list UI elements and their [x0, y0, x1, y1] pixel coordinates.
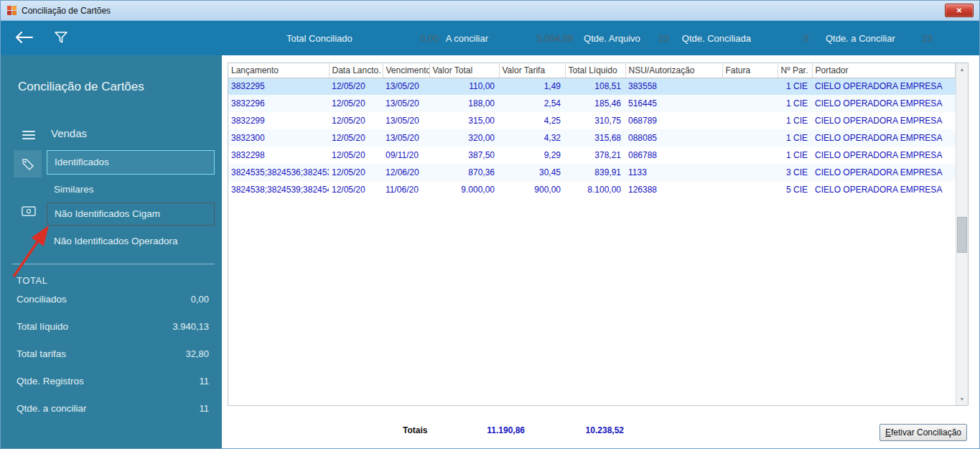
- sidebar-item-nao-identificados-cigam[interactable]: Não Identificados Cigam: [47, 203, 215, 226]
- cell: 1 CIE: [778, 129, 812, 147]
- column-header-fatura[interactable]: Fatura: [722, 63, 778, 78]
- column-header-valor-total[interactable]: Valor Total: [429, 63, 499, 78]
- tag-icon[interactable]: [22, 158, 34, 174]
- toolbar-stat-total-conciliado: Total Conciliado0,00: [286, 33, 439, 44]
- sidebar-item-similares[interactable]: Similares: [47, 180, 215, 199]
- main-area: LançamentoData Lancto.VencimentoValor To…: [222, 55, 979, 448]
- cell: 315,00: [429, 112, 499, 129]
- sidebar-item-nao-identificados-operadora[interactable]: Não Identificados Operadora: [47, 232, 215, 251]
- sidebar-nav: IdentificadosSimilaresNão Identificados …: [47, 150, 215, 254]
- total-label: Total líquido: [17, 321, 68, 332]
- cell: 3832300: [228, 129, 329, 147]
- cell: 12/05/20: [329, 147, 383, 164]
- table-row[interactable]: 383229512/05/2013/05/20110,001,49108,513…: [228, 78, 956, 95]
- cell: 1133: [625, 164, 722, 181]
- cell: CIELO OPERADORA EMPRESA: [812, 78, 956, 95]
- table-row[interactable]: 3824535;3824536;38245312/05/2012/06/2087…: [228, 164, 956, 181]
- total-label: Qtde. a conciliar: [17, 403, 87, 414]
- table-row[interactable]: 3824538;3824539;38245412/05/2011/06/209.…: [228, 181, 956, 198]
- cell: 12/05/20: [329, 112, 383, 129]
- total-value: 3.940,13: [172, 321, 209, 332]
- titlebar[interactable]: Conciliação de Cartões ✕: [1, 1, 979, 21]
- cell: 1 CIE: [778, 95, 812, 112]
- scroll-down-icon[interactable]: ▼: [956, 393, 968, 405]
- table-row[interactable]: 383230012/05/2013/05/20320,004,32315,680…: [228, 129, 956, 147]
- cell: 3 CIE: [778, 164, 812, 181]
- cell: 12/05/20: [329, 95, 383, 112]
- sidebar-item-identificados[interactable]: Identificados: [47, 150, 215, 175]
- efetivar-conciliacao-button[interactable]: Efetivar Conciliação: [879, 424, 967, 441]
- table-row[interactable]: 383229812/05/2009/11/20387,509,29378,210…: [228, 147, 956, 164]
- column-header-total-liquido[interactable]: Total Líquido: [565, 63, 625, 78]
- column-header-valor-tarifa[interactable]: Valor Tarifa: [499, 63, 565, 78]
- sidebar-section-vendas: Vendas: [51, 127, 87, 139]
- sidebar-total-heading: TOTAL: [17, 275, 48, 286]
- grid-area: LançamentoData Lancto.VencimentoValor To…: [228, 63, 956, 405]
- cell: 13/05/20: [383, 78, 429, 95]
- column-header-vencimento[interactable]: Vencimento: [383, 63, 429, 78]
- cell: 3832298: [228, 147, 329, 164]
- money-icon[interactable]: [22, 206, 36, 219]
- cell: 188,00: [429, 95, 499, 112]
- app-window: Conciliação de Cartões ✕ Total Conciliad…: [0, 0, 980, 449]
- sidebar-total-qtde-registros: Qtde. Registros11: [17, 376, 209, 403]
- cell: 5 CIE: [778, 181, 812, 198]
- column-header-lancamento[interactable]: Lançamento: [228, 63, 329, 78]
- cell: 12/05/20: [329, 164, 383, 181]
- menu-icon[interactable]: [22, 131, 35, 141]
- scrollbar-thumb[interactable]: [957, 217, 967, 253]
- filter-button[interactable]: [54, 30, 68, 47]
- totals-total-liquido: 10.238,52: [549, 425, 624, 435]
- vertical-scrollbar[interactable]: ▲ ▼: [956, 63, 968, 405]
- cell: [722, 129, 778, 147]
- toolbar-stats: Total Conciliado0,00A conciliar5.004,09Q…: [286, 21, 933, 55]
- cell: 108,51: [565, 78, 625, 95]
- cell: 11/06/20: [383, 181, 429, 198]
- total-label: Conciliados: [17, 294, 67, 305]
- cell: 387,50: [429, 147, 499, 164]
- column-header-n-par[interactable]: Nº Par.: [778, 63, 812, 78]
- column-header-nsu-autorizacao[interactable]: NSU/Autorização: [625, 63, 722, 78]
- cell: 1,49: [499, 78, 565, 95]
- column-header-data-lancto[interactable]: Data Lancto.: [329, 63, 383, 78]
- sidebar-total-total-liquido: Total líquido3.940,13: [17, 321, 209, 348]
- table-row[interactable]: 383229912/05/2013/05/20315,004,25310,750…: [228, 112, 956, 129]
- toolbar: Total Conciliado0,00A conciliar5.004,09Q…: [1, 21, 979, 55]
- totals-label: Totais: [403, 425, 427, 435]
- total-label: Qtde. Registros: [17, 376, 84, 386]
- stat-label: A conciliar: [446, 33, 488, 44]
- stat-label: Total Conciliado: [286, 33, 353, 44]
- cell: 1 CIE: [778, 78, 812, 95]
- close-button[interactable]: ✕: [945, 4, 974, 17]
- back-button[interactable]: [15, 32, 34, 46]
- sidebar-title: Conciliação de Cartões: [18, 80, 144, 94]
- toolbar-stat-qtde-a-conciliar: Qtde. a Conciliar23: [826, 33, 933, 44]
- total-label: Total tarifas: [17, 348, 66, 359]
- stat-value: 23: [901, 33, 933, 44]
- cell: 126388: [625, 181, 722, 198]
- cell: 1 CIE: [778, 147, 812, 164]
- filter-icon: [54, 30, 68, 45]
- cell: 378,21: [565, 147, 625, 164]
- cell: [722, 78, 778, 95]
- cell: 9,29: [499, 147, 565, 164]
- stat-value: 23: [646, 33, 669, 44]
- sidebar-divider: [12, 264, 215, 264]
- cell: 3824535;3824536;382453: [228, 164, 329, 181]
- cell: 12/05/20: [329, 129, 383, 147]
- cell: 3832296: [228, 95, 329, 112]
- cell: 09/11/20: [383, 147, 429, 164]
- total-value: 11: [200, 376, 210, 386]
- cell: 1 CIE: [778, 112, 812, 129]
- cell: 068789: [625, 112, 722, 129]
- cell: 383558: [625, 78, 722, 95]
- scroll-up-icon[interactable]: ▲: [956, 63, 968, 75]
- stat-label: Qtde. a Conciliar: [826, 33, 895, 44]
- stat-value: 0,00: [358, 33, 439, 44]
- column-header-portador[interactable]: Portador: [812, 63, 956, 78]
- cell: 185,46: [565, 95, 625, 112]
- efetivar-button-accel: E: [885, 427, 891, 438]
- table-row[interactable]: 383229612/05/2013/05/20188,002,54185,465…: [228, 95, 956, 112]
- cell: 088085: [625, 129, 722, 147]
- cell: [722, 164, 778, 181]
